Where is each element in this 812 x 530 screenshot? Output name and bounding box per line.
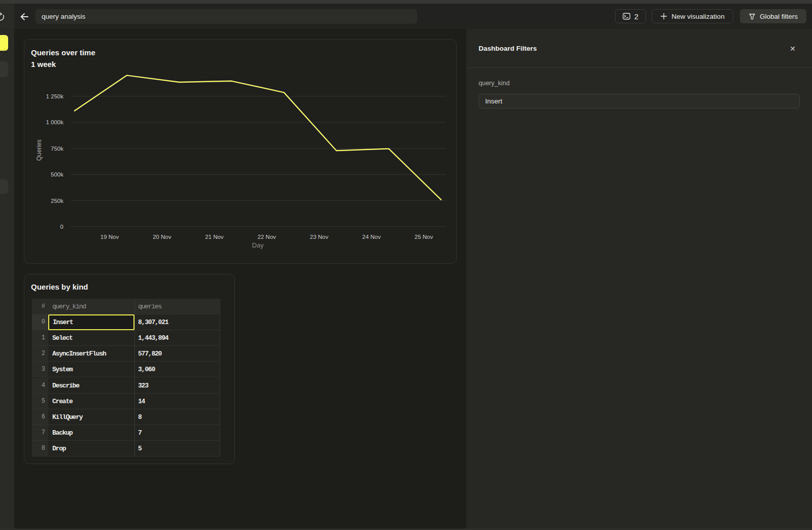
svg-text:20 Nov: 20 Nov — [153, 234, 172, 240]
svg-text:250k: 250k — [51, 198, 63, 204]
svg-text:19 Nov: 19 Nov — [100, 234, 119, 240]
svg-text:24 Nov: 24 Nov — [362, 234, 381, 240]
svg-text:Queries: Queries — [36, 139, 43, 161]
svg-text:0: 0 — [60, 224, 63, 230]
svg-text:1 250k: 1 250k — [46, 93, 63, 99]
svg-text:Day: Day — [252, 241, 264, 249]
svg-text:21 Nov: 21 Nov — [205, 234, 224, 240]
svg-text:500k: 500k — [51, 171, 63, 178]
svg-text:23 Nov: 23 Nov — [310, 234, 329, 240]
svg-text:750k: 750k — [51, 146, 63, 152]
svg-text:25 Nov: 25 Nov — [415, 234, 433, 240]
svg-text:22 Nov: 22 Nov — [257, 234, 276, 240]
svg-text:1 000k: 1 000k — [46, 119, 63, 125]
